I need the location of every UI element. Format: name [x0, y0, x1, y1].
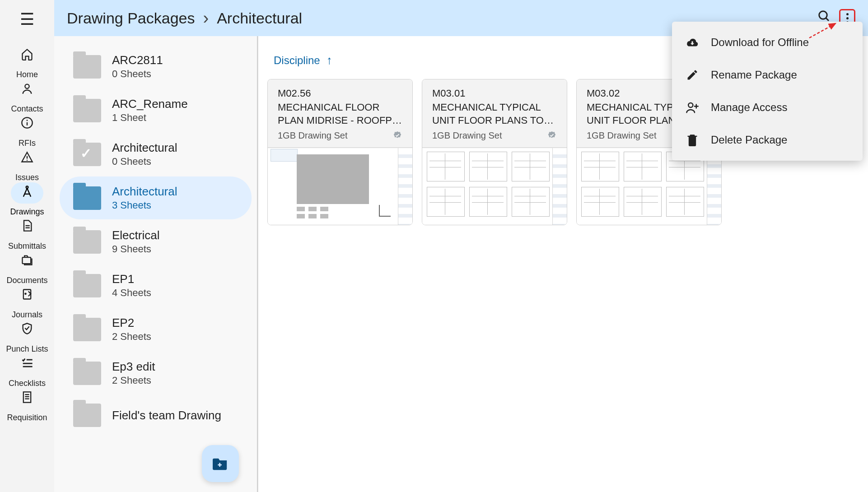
folder-item[interactable]: ARC28110 Sheets [60, 45, 252, 88]
card-thumbnail [422, 148, 567, 225]
sidebar-item-submittals[interactable]: Submittals [6, 217, 48, 251]
card-title: MECHANICAL FLOOR PLAN MIDRISE - ROOFP… [278, 101, 402, 127]
folder-icon [73, 230, 101, 254]
pencil-icon [685, 69, 700, 81]
sidebar-item-documents[interactable]: Documents [6, 251, 48, 285]
sidebar-item-checklists[interactable]: Checklists [6, 354, 48, 388]
folder-item[interactable]: Field's team Drawing [60, 395, 252, 435]
folder-sheet-count: 4 Sheets [112, 287, 151, 299]
arrow-up-icon: ↑ [327, 53, 332, 67]
sidebar-item-rfis[interactable]: RFIs [6, 114, 48, 148]
sidebar-item-issues[interactable]: Issues [6, 148, 48, 182]
card-code: M02.56 [278, 88, 402, 99]
svg-point-22 [819, 11, 827, 19]
card-code: M03.01 [432, 88, 557, 99]
folder-item[interactable]: Architectural3 Sheets [60, 176, 252, 219]
journal-icon [21, 289, 33, 303]
folder-name: Field's team Drawing [112, 408, 221, 422]
svg-point-3 [27, 120, 28, 121]
svg-point-6 [26, 186, 28, 188]
hamburger-menu-icon[interactable]: ☰ [20, 10, 34, 29]
trash-icon [685, 134, 700, 146]
home-icon [21, 49, 33, 63]
folder-item[interactable]: EP22 Sheets [60, 308, 252, 351]
sort-label: Discipline [274, 54, 320, 67]
menu-manage-access[interactable]: Manage Access [672, 91, 863, 124]
card-thumbnail [268, 148, 412, 225]
sidebar-item-label: Home [16, 70, 38, 79]
menu-download-offline[interactable]: Download for Offline [672, 26, 863, 59]
top-bar: Drawing Packages › Architectural Downloa… [54, 0, 868, 36]
folder-item[interactable]: Electrical9 Sheets [60, 220, 252, 263]
folder-icon [73, 404, 101, 427]
svg-line-7 [23, 188, 27, 197]
sidebar-item-label: Checklists [9, 379, 46, 388]
menu-label: Download for Offline [711, 36, 809, 49]
folder-icon [73, 99, 101, 122]
package-options-menu: Download for Offline Rename Package Mana… [672, 22, 863, 161]
folder-icon [73, 55, 101, 79]
folder-name: Ep3 edit [112, 360, 155, 374]
svg-point-24 [688, 103, 693, 107]
card-drawing-set: 1GB Drawing Set [587, 130, 657, 141]
menu-delete-package[interactable]: Delete Package [672, 124, 863, 156]
drawing-card[interactable]: M03.01MECHANICAL TYPICAL UNIT FLOOR PLAN… [422, 79, 567, 225]
folder-name: EP2 [112, 316, 151, 330]
svg-line-23 [826, 18, 829, 21]
sidebar-item-requisition[interactable]: Requisition [6, 388, 48, 422]
sidebar-item-label: RFIs [19, 139, 36, 148]
svg-point-5 [27, 160, 28, 161]
cloud-download-icon [685, 37, 700, 48]
folder-icon [73, 274, 101, 297]
folder-list: ARC28110 SheetsARC_Rename1 SheetArchitec… [54, 36, 258, 492]
sidebar-item-contacts[interactable]: Contacts [6, 79, 48, 114]
chevron-right-icon: › [203, 9, 209, 27]
svg-point-14 [25, 293, 26, 294]
folder-sheet-count: 3 Sheets [112, 200, 177, 211]
folders-icon [21, 255, 33, 269]
sidebar-item-journals[interactable]: Journals [6, 285, 48, 320]
folder-sheet-count: 0 Sheets [112, 156, 177, 167]
sidebar-item-home[interactable]: Home [6, 45, 48, 79]
breadcrumb-current: Architectural [217, 9, 302, 27]
menu-label: Delete Package [711, 134, 787, 146]
checklist-icon [21, 358, 33, 372]
main-area: Drawing Packages › Architectural Downloa… [54, 0, 868, 492]
menu-rename-package[interactable]: Rename Package [672, 59, 863, 91]
breadcrumb-root[interactable]: Drawing Packages [67, 9, 195, 27]
folder-item[interactable]: EP14 Sheets [60, 264, 252, 307]
left-sidebar: ☰ HomeContactsRFIsIssuesDrawingsSubmitta… [0, 0, 54, 492]
sidebar-item-label: Drawings [10, 207, 44, 217]
add-folder-fab[interactable] [202, 445, 239, 482]
folder-icon [73, 143, 101, 166]
folder-sheet-count: 9 Sheets [112, 243, 159, 255]
card-title: MECHANICAL TYPICAL UNIT FLOOR PLANS TO… [432, 101, 557, 127]
svg-point-0 [25, 84, 29, 88]
note-icon [21, 221, 33, 235]
folder-name: Electrical [112, 228, 159, 242]
sidebar-item-label: Contacts [11, 104, 43, 114]
svg-rect-12 [23, 257, 31, 264]
sidebar-item-punch-lists[interactable]: Punch Lists [6, 320, 48, 354]
folder-item[interactable]: Ep3 edit2 Sheets [60, 352, 252, 395]
receipt-icon [21, 392, 33, 406]
menu-label: Rename Package [711, 69, 797, 81]
info-icon [21, 118, 33, 132]
sidebar-item-drawings[interactable]: Drawings [6, 182, 48, 217]
folder-sheet-count: 1 Sheet [112, 112, 188, 124]
folder-name: ARC2811 [112, 53, 163, 67]
sidebar-item-label: Requisition [7, 413, 47, 422]
verified-badge-icon [547, 131, 557, 141]
drawing-card[interactable]: M02.56MECHANICAL FLOOR PLAN MIDRISE - RO… [267, 79, 413, 225]
svg-line-8 [27, 188, 31, 197]
folder-item[interactable]: ARC_Rename1 Sheet [60, 89, 252, 132]
card-drawing-set: 1GB Drawing Set [278, 130, 348, 141]
sidebar-item-label: Submittals [8, 241, 46, 251]
compass-icon [21, 186, 33, 200]
folder-item[interactable]: Architectural0 Sheets [60, 133, 252, 176]
folder-icon [73, 362, 101, 385]
folder-name: Architectural [112, 185, 177, 199]
person-icon [21, 84, 33, 97]
sidebar-item-label: Journals [12, 310, 42, 320]
verified-badge-icon [392, 131, 402, 141]
